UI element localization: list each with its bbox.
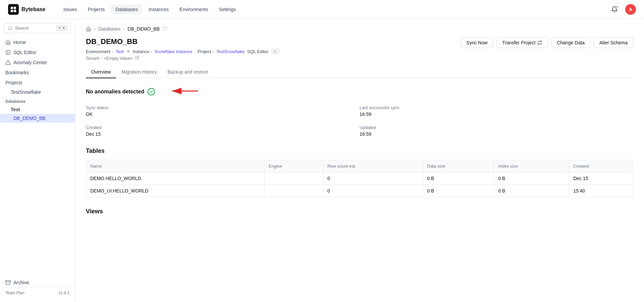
sidebar-db-env[interactable]: Test [0,105,75,114]
search-box[interactable]: Search ⌘ K [4,23,71,33]
transfer-project-label: Transfer Project [502,40,535,45]
table-row[interactable]: DEMO.HELLO_WORLD 0 0 B 0 B Dec 15 [86,172,633,185]
tenant-row: Tenant - <Empty Value> [86,55,280,61]
svg-rect-2 [11,10,13,12]
sql-editor-label: SQL Editor [247,49,268,54]
cell-created: 15:40 [569,185,633,197]
updated-value: 16:59 [360,131,633,137]
tenant-label: Tenant - [86,56,102,61]
svg-rect-12 [6,281,11,282]
tabs: Overview Migration History Backup and re… [86,66,633,78]
star-icon[interactable] [162,26,168,32]
updated-cell: Updated 16:59 [360,125,633,137]
app-name: Bytebase [21,6,45,12]
cell-name: DEMO.HELLO_WORLD [86,172,265,185]
svg-point-4 [8,26,11,29]
sync-status-cell: Sync status OK [86,105,360,117]
sidebar-item-home[interactable]: Home [0,37,75,47]
project-value[interactable]: TestSnowflake [216,49,245,54]
svg-rect-1 [14,7,16,9]
db-name: DB_DEMO_BB [13,116,46,121]
nav-environments[interactable]: Environments [175,5,213,14]
sidebar-item-sql-editor[interactable]: SQL Editor [0,47,75,57]
cell-created: Dec 15 [569,172,633,185]
anomaly-icon [5,60,11,65]
sql-editor-icon [5,50,11,55]
nav-links: Issues Projects Databases Instances Envi… [59,5,598,14]
cell-datasize: 0 B [423,185,494,197]
col-name: Name [86,160,265,172]
tab-migration-history[interactable]: Migration History [116,66,162,78]
instance-value[interactable]: Snowflake instance [155,49,192,54]
last-sync-value: 16:59 [360,112,633,117]
sidebar-item-label: SQL Editor [13,50,36,55]
col-datasize: Data size [423,160,494,172]
main-layout: Search ⌘ K Home SQL Editor [0,19,644,302]
cell-engine [264,172,323,185]
alter-schema-button[interactable]: Alter Schema [594,37,633,48]
transfer-project-button[interactable]: Transfer Project [496,37,548,48]
search-kbd: ⌘ K [56,25,67,31]
search-placeholder: Search [15,26,29,31]
logo-icon [8,4,19,15]
sync-status-value: OK [86,112,360,117]
last-sync-label: Last successful sync [360,105,633,110]
svg-marker-14 [163,26,167,30]
svg-rect-0 [11,7,13,9]
cell-name: DEMO_UI.HELLO_WORLD [86,185,265,197]
archive-icon [5,280,11,285]
home-icon [5,40,11,45]
sidebar-item-projects[interactable]: Projects [0,78,75,88]
sidebar-project-testsnowflake[interactable]: TestSnowflake [0,88,75,96]
sidebar: Search ⌘ K Home SQL Editor [0,19,75,302]
topnav-right: A [609,4,636,15]
nav-instances[interactable]: Instances [144,5,173,14]
breadcrumb-current: DB_DEMO_BB [127,26,160,32]
sync-status-label: Sync status [86,105,360,110]
sidebar-footer: Team Plan v1.9.1 [0,288,75,298]
env-value[interactable]: Test [116,49,124,54]
arrow-annotation [164,86,204,97]
tab-backup-restore[interactable]: Backup and restore [162,66,213,78]
notification-dot [616,5,619,8]
sidebar-item-anomaly-center[interactable]: Anomaly Center [0,57,75,68]
table-row[interactable]: DEMO_UI.HELLO_WORLD 0 0 B 0 B 15:40 [86,185,633,197]
sidebar-item-archive[interactable]: Archive [0,277,75,288]
col-created: Created [569,160,633,172]
sidebar-item-bookmarks[interactable]: Bookmarks [0,68,75,78]
cell-indexsize: 0 B [494,185,569,197]
tab-overview[interactable]: Overview [86,66,116,78]
sync-now-button[interactable]: Sync Now [461,37,493,48]
sql-editor-badge[interactable] [271,49,280,54]
change-data-button[interactable]: Change Data [551,37,590,48]
notification-bell[interactable] [609,4,620,15]
created-cell: Created Dec 15 [86,125,360,137]
col-rowcount: Row count est. [323,160,423,172]
archive-label: Archive [13,280,29,285]
svg-rect-3 [14,10,16,12]
sidebar-item-label: Home [13,40,26,45]
user-avatar[interactable]: A [625,4,636,15]
nav-projects[interactable]: Projects [83,5,110,14]
tables-table: Name Engine Row count est. Data size Ind… [86,160,633,197]
project-label: Project - [198,49,214,54]
edit-icon[interactable] [135,55,140,61]
home-breadcrumb-icon[interactable] [86,26,91,32]
breadcrumb: › Databases › DB_DEMO_BB [86,26,633,32]
views-section-title: Views [86,208,633,215]
sidebar-item-label: Bookmarks [5,70,29,75]
terminal-icon [273,49,277,53]
sidebar-item-label: Projects [5,80,22,85]
main-content: › Databases › DB_DEMO_BB DB_DEMO_BB Envi… [75,19,644,302]
nav-issues[interactable]: Issues [59,5,82,14]
updated-label: Updated [360,125,633,130]
sidebar-db-demo[interactable]: DB_DEMO_BB [0,114,75,123]
sidebar-databases-section: Databases [0,96,75,105]
app-logo[interactable]: Bytebase [8,4,45,15]
plan-label: Team Plan [5,291,24,295]
nav-databases[interactable]: Databases [111,5,143,14]
breadcrumb-databases[interactable]: Databases [98,26,121,32]
nav-settings[interactable]: Settings [214,5,241,14]
sidebar-item-label: Anomaly Center [13,60,47,65]
tables-section-title: Tables [86,147,633,155]
